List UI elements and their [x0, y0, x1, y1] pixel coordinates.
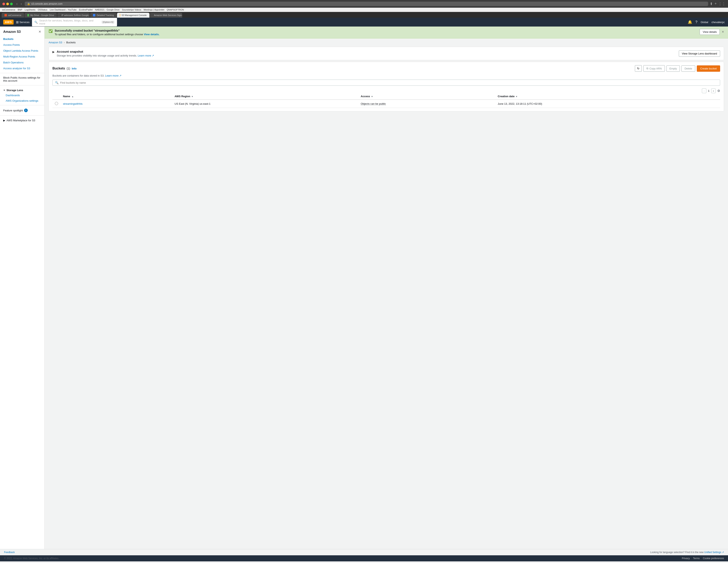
feedback-link[interactable]: Feedback	[4, 551, 15, 554]
bookmark-soundstripe[interactable]: Soundstripe Videos	[122, 9, 141, 11]
buckets-learn-more[interactable]: Learn more ↗	[105, 74, 121, 77]
sidebar-item-multi-region[interactable]: Multi-Region Access Points	[0, 54, 44, 60]
create-bucket-button[interactable]: Create bucket	[697, 65, 720, 72]
address-bar[interactable]: 🔒 s3.console.aws.amazon.com	[25, 2, 708, 6]
bookmark-meetings[interactable]: Meetings | Appointlet	[144, 9, 164, 11]
snapshot-content: Account snapshot Storage lens provides v…	[57, 50, 154, 57]
snapshot-desc: Storage lens provides visibility into st…	[57, 54, 154, 57]
table-col-region[interactable]: AWS Region ▾	[172, 93, 358, 100]
buckets-label: Buckets	[52, 67, 65, 70]
back-button[interactable]: ‹	[15, 2, 19, 6]
sidebar-item-aws-org-settings[interactable]: AWS Organizations settings	[0, 98, 44, 103]
view-details-link[interactable]: View details.	[144, 33, 160, 36]
aws-logo[interactable]: aws	[3, 20, 14, 24]
bucket-creation-cell: June 13, 2022, 13:18:11 (UTC+02:00)	[495, 100, 720, 108]
sidebar-item-access-points[interactable]: Access Points	[0, 42, 44, 48]
bookmark-osstatus[interactable]: OSStatus	[38, 9, 47, 11]
bookmark-qnap[interactable]: QNAPSOFTRON	[167, 9, 184, 11]
info-link[interactable]: Info	[72, 67, 77, 70]
sidebar-item-buckets[interactable]: Buckets	[0, 36, 44, 42]
settings-button[interactable]: ⚙	[717, 89, 720, 93]
tab-aws-signin[interactable]: Amazon Web Services Sign-In	[150, 13, 182, 18]
tab-oscommerce[interactable]: osCommerce	[2, 13, 24, 18]
tab-label: IP adresses Softron Google - Goog...	[61, 14, 90, 16]
bucket-access-cell: Objects can be public	[358, 100, 495, 108]
search-icon: 🔍	[55, 81, 59, 84]
notifications-icon[interactable]: 🔔	[688, 20, 692, 24]
prev-page-button[interactable]: ‹	[702, 88, 706, 93]
url-text: s3.console.aws.amazon.com	[31, 2, 63, 5]
footer-links: Privacy Terms Cookie preferences	[682, 557, 724, 560]
table-col-creation[interactable]: Creation date ▾	[495, 93, 720, 100]
share-icon[interactable]: ⬆	[710, 2, 713, 6]
sidebar-marketplace[interactable]: ▶ AWS Marketplace for S3	[0, 117, 44, 123]
footer-terms-link[interactable]: Terms	[693, 557, 700, 560]
tab-label: S3 Management Console	[121, 14, 147, 16]
snapshot-learn-more[interactable]: Learn more ↗	[138, 54, 154, 57]
sidebar-item-object-lambda[interactable]: Object Lambda Access Points	[0, 48, 44, 54]
view-details-button[interactable]: View details	[700, 29, 720, 35]
unified-settings-link[interactable]: Unified Settings ↗	[704, 551, 724, 554]
next-page-button[interactable]: ›	[711, 88, 716, 93]
bookmark-bnp[interactable]: BNP	[18, 9, 22, 11]
table-col-access[interactable]: Access ▾	[358, 93, 495, 100]
add-tab-icon[interactable]: +	[714, 2, 717, 6]
close-dot[interactable]	[2, 3, 5, 5]
sidebar-storage-lens-header[interactable]: ▼ Storage Lens	[0, 87, 44, 92]
bucket-name-link[interactable]: streamingwithhls	[63, 102, 83, 105]
search-icon: 🔍	[34, 21, 38, 24]
grid-icon[interactable]: ⋮⋮	[718, 2, 726, 6]
snapshot-expand-icon[interactable]: ▶	[52, 50, 55, 53]
copy-arn-button[interactable]: ⧉ Copy ARN	[643, 65, 665, 72]
banner-close-button[interactable]: ×	[722, 30, 724, 34]
breadcrumb-separator: ›	[64, 41, 65, 44]
row-select-cell[interactable]	[52, 100, 61, 108]
bookmark-livedashboard[interactable]: Live Dashboard – YouTube	[50, 9, 77, 11]
minimize-dot[interactable]	[6, 3, 9, 5]
success-banner-left: ✅ Successfully created bucket "streaming…	[49, 29, 160, 36]
bookmark-oscommerce[interactable]: osCommerce	[2, 9, 15, 11]
user-menu[interactable]: chevalierpc	[711, 21, 725, 24]
sidebar-item-batch-operations[interactable]: Batch Operations	[0, 60, 44, 65]
tab-icon	[27, 14, 29, 16]
sidebar-close-button[interactable]: ✕	[38, 30, 41, 34]
footer-cookie-link[interactable]: Cookie preferences	[703, 557, 724, 560]
tab-label: Amazon Web Services Sign-In	[154, 14, 182, 16]
sidebar-item-dashboards[interactable]: Dashboards	[0, 92, 44, 98]
delete-button[interactable]: Delete	[681, 65, 695, 72]
sidebar-item-access-analyzer[interactable]: Access analyzer for S3	[0, 65, 44, 71]
sidebar-title: Amazon S3	[3, 30, 21, 34]
search-bar[interactable]: 🔍 Search for services, features, blogs, …	[32, 18, 117, 26]
table-col-name[interactable]: Name ▲	[61, 93, 172, 100]
bookmark-ecolinepadlet[interactable]: EcolinePadlet	[79, 9, 93, 11]
tab-s3-console[interactable]: S3 Management Console	[117, 13, 149, 18]
bucket-region-cell: US East (N. Virginia) us-east-1	[172, 100, 358, 108]
copy-icon: ⧉	[646, 67, 648, 70]
help-icon[interactable]: ?	[695, 20, 697, 24]
footer-privacy-link[interactable]: Privacy	[682, 557, 690, 560]
bookmark-nab2021[interactable]: NAB2021 - Google Drive	[95, 9, 119, 11]
bookmark-logsheets[interactable]: LogSheets	[25, 9, 35, 11]
aws-topnav-right: 🔔 ? Global chevalierpc	[688, 20, 725, 24]
bucket-search-container[interactable]: 🔍	[52, 80, 720, 86]
services-button[interactable]: ⊞ Services	[16, 20, 30, 24]
browser-tabs: osCommerce My Drive - Google Drive IP ad…	[0, 12, 728, 18]
empty-button[interactable]: Empty	[666, 65, 680, 72]
forward-button[interactable]: ›	[19, 2, 23, 6]
sidebar-feature-spotlight[interactable]: Feature spotlight 5	[0, 107, 44, 114]
breadcrumb-parent[interactable]: Amazon S3	[49, 41, 62, 44]
buckets-description: Buckets are containers for data stored i…	[52, 74, 720, 77]
tab-detailed-tracking[interactable]: Detailed Tracking	[90, 13, 117, 18]
browser-chrome: ‹ › 🔒 s3.console.aws.amazon.com ⬆ + ⋮⋮ o…	[0, 0, 728, 18]
refresh-button[interactable]: ↻	[635, 65, 642, 72]
row-radio[interactable]	[55, 102, 58, 105]
view-storage-lens-button[interactable]: View Storage Lens dashboard	[679, 50, 720, 57]
sort-icon: ▾	[516, 95, 517, 98]
region-selector[interactable]: Global	[701, 21, 708, 24]
tab-my-drive[interactable]: My Drive - Google Drive	[24, 13, 57, 18]
tab-ip-addresses[interactable]: IP adresses Softron Google - Goog...	[57, 13, 90, 18]
maximize-dot[interactable]	[10, 3, 13, 5]
sidebar-item-block-public[interactable]: Block Public Access settings forthis acc…	[0, 75, 44, 84]
sort-icon: ▾	[371, 95, 373, 98]
bucket-search-input[interactable]	[60, 81, 717, 84]
